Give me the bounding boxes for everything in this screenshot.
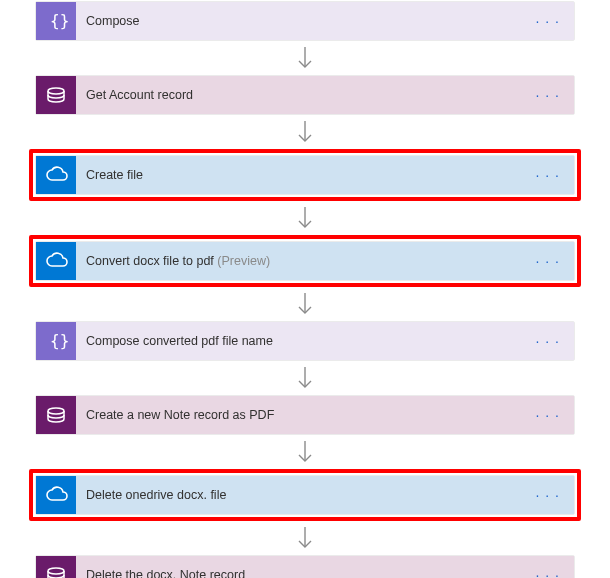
step-label: Compose: [86, 14, 140, 28]
more-menu-icon[interactable]: · · ·: [532, 167, 564, 183]
more-menu-icon[interactable]: · · ·: [532, 407, 564, 423]
step-body: Compose· · ·: [76, 2, 574, 40]
step-body: Create a new Note record as PDF· · ·: [76, 396, 574, 434]
connector-arrow: [294, 115, 316, 149]
highlight-create-file: Create file· · ·: [29, 149, 581, 201]
step-body: Delete the docx. Note record· · ·: [76, 556, 574, 578]
flow-step-convert-docx[interactable]: Convert docx file to pdf (Preview)· · ·: [35, 241, 575, 281]
flow-step-delete-docx-note[interactable]: Delete the docx. Note record· · ·: [35, 555, 575, 578]
step-body: Delete onedrive docx. file· · ·: [76, 476, 574, 514]
step-label: Get Account record: [86, 88, 193, 102]
step-body: Get Account record· · ·: [76, 76, 574, 114]
step-label: Compose converted pdf file name: [86, 334, 273, 348]
braces-icon: [36, 322, 76, 360]
more-menu-icon[interactable]: · · ·: [532, 567, 564, 578]
cloud-icon: [36, 476, 76, 514]
db-icon: [36, 76, 76, 114]
partial-step: Delete the docx. Note record· · ·: [35, 555, 575, 578]
more-menu-icon[interactable]: · · ·: [532, 253, 564, 269]
flow-step-delete-onedrive-docx[interactable]: Delete onedrive docx. file· · ·: [35, 475, 575, 515]
highlight-delete-onedrive-docx: Delete onedrive docx. file· · ·: [29, 469, 581, 521]
flow-step-get-account[interactable]: Get Account record· · ·: [35, 75, 575, 115]
more-menu-icon[interactable]: · · ·: [532, 87, 564, 103]
step-body: Compose converted pdf file name· · ·: [76, 322, 574, 360]
more-menu-icon[interactable]: · · ·: [532, 333, 564, 349]
flow-step-compose-pdf-name[interactable]: Compose converted pdf file name· · ·: [35, 321, 575, 361]
db-icon: [36, 396, 76, 434]
step-label: Convert docx file to pdf (Preview): [86, 254, 270, 268]
step-label: Delete onedrive docx. file: [86, 488, 226, 502]
connector-arrow: [294, 361, 316, 395]
connector-arrow: [294, 201, 316, 235]
step-label: Delete the docx. Note record: [86, 568, 245, 578]
step-body: Create file· · ·: [76, 156, 574, 194]
connector-arrow: [294, 521, 316, 555]
connector-arrow: [294, 41, 316, 75]
more-menu-icon[interactable]: · · ·: [532, 13, 564, 29]
more-menu-icon[interactable]: · · ·: [532, 487, 564, 503]
flow-step-create-note[interactable]: Create a new Note record as PDF· · ·: [35, 395, 575, 435]
flow-step-compose[interactable]: Compose· · ·: [35, 1, 575, 41]
preview-tag: (Preview): [217, 254, 270, 268]
step-label: Create a new Note record as PDF: [86, 408, 274, 422]
cloud-icon: [36, 242, 76, 280]
connector-arrow: [294, 287, 316, 321]
cloud-icon: [36, 156, 76, 194]
connector-arrow: [294, 435, 316, 469]
flow-step-create-file[interactable]: Create file· · ·: [35, 155, 575, 195]
db-icon: [36, 556, 76, 578]
braces-icon: [36, 2, 76, 40]
step-body: Convert docx file to pdf (Preview)· · ·: [76, 242, 574, 280]
highlight-convert-docx: Convert docx file to pdf (Preview)· · ·: [29, 235, 581, 287]
step-label: Create file: [86, 168, 143, 182]
